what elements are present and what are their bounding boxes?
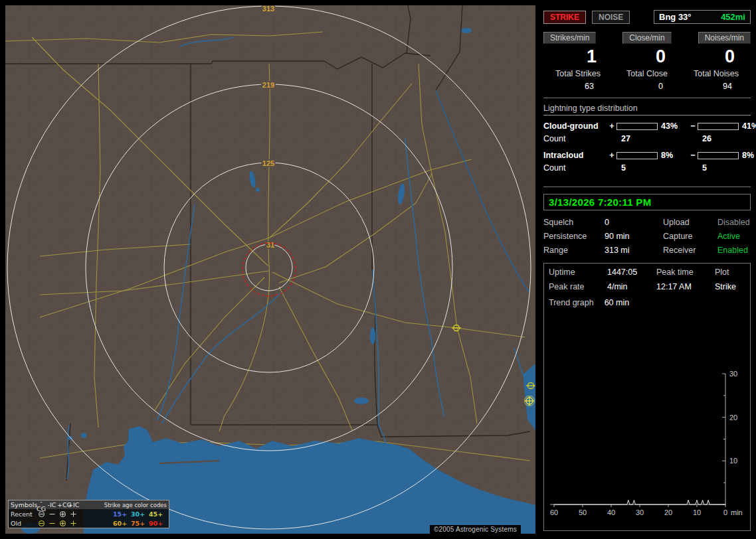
rates-section: Strikes/min Close/min Noises/min 1 0 0 T…: [543, 32, 751, 91]
neg-ic-icon: [47, 510, 57, 518]
ring-label-313: 313: [262, 5, 274, 13]
ic-minus-pct: 8%: [739, 151, 754, 160]
svg-text:40: 40: [607, 508, 615, 516]
neg-ic-icon: [47, 520, 57, 527]
neg-cg-icon: [36, 510, 47, 518]
intracloud-label: Intracloud: [543, 151, 607, 160]
upload-label: Upload: [663, 218, 717, 227]
pos-cg-icon: [57, 510, 68, 518]
strikes-per-min-button[interactable]: Strikes/min: [543, 32, 596, 44]
upload-value: Disabled: [717, 218, 751, 227]
svg-text:30: 30: [729, 370, 737, 378]
capture-label: Capture: [663, 232, 717, 241]
distribution-title: Lightning type distribution: [543, 104, 751, 116]
receiver-label: Receiver: [663, 246, 717, 255]
noise-mode-button[interactable]: NOISE: [592, 11, 630, 24]
peak-rate-value: 4/min: [607, 282, 656, 291]
ic-plus-count: 5: [616, 163, 658, 173]
map-canvas: 313 219 125 31: [5, 5, 535, 534]
age-code: 75+: [131, 520, 149, 527]
status-section: Uptime 1447:05 Peak time Plot Peak rate …: [543, 263, 751, 531]
cg-minus-pct: 41%: [739, 121, 756, 131]
trend-graph: 6050403020100min302010: [549, 368, 748, 528]
svg-text:20: 20: [664, 508, 672, 516]
cloud-ground-row: Cloud-ground + 43% − 41%: [543, 121, 751, 131]
copyright-text: ©2005 Astrogenic Systems: [430, 525, 521, 534]
lightning-map[interactable]: 313 219 125 31: [5, 5, 535, 534]
peak-time-label: Peak time: [656, 268, 715, 277]
svg-text:20: 20: [729, 414, 737, 422]
age-code: 30+: [131, 510, 149, 518]
range-value: 313 mi: [605, 246, 663, 255]
svg-text:min: min: [731, 508, 743, 516]
total-noises-value: 94: [682, 82, 751, 91]
total-close-value: 0: [613, 82, 682, 91]
plus-sign: +: [607, 121, 616, 131]
peak-rate-label: Peak rate: [549, 282, 607, 291]
control-panel: STRIKE NOISE Bng 33° 452mi Strikes/min C…: [539, 5, 753, 534]
uptime-value: 1447:05: [607, 268, 656, 277]
close-rate-value: 0: [613, 47, 682, 66]
map-legend: Symbols -CG -IC +CG +IC Strike age color…: [8, 500, 169, 528]
age-code: 60+: [113, 520, 131, 527]
svg-text:0: 0: [723, 508, 727, 516]
clock-text: 3/13/2026 7:20:11 PM: [549, 196, 651, 208]
trend-graph-label: Trend graph: [549, 298, 594, 307]
age-code: 15+: [113, 510, 131, 518]
close-per-min-button[interactable]: Close/min: [622, 32, 671, 44]
plus-sign: +: [607, 151, 616, 160]
noises-per-min-button[interactable]: Noises/min: [698, 32, 751, 44]
legend-recent-label: Recent: [11, 510, 36, 518]
pos-cg-icon: [57, 520, 68, 527]
cloud-ground-count-row: Count 27 26: [543, 134, 751, 143]
svg-text:30: 30: [636, 508, 644, 516]
persistence-value: 90 min: [605, 232, 663, 241]
legend-old-label: Old: [11, 520, 36, 527]
ic-minus-count: 5: [698, 163, 739, 173]
nexstorm-window: 313 219 125 31: [0, 0, 756, 539]
total-strikes-label: Total Strikes: [543, 69, 613, 78]
cloud-ground-label: Cloud-ground: [543, 121, 607, 131]
legend-header-row: Symbols -CG -IC +CG +IC Strike age color…: [9, 501, 169, 509]
ring-label-219: 219: [262, 81, 274, 89]
peak-time-value: 12:17 AM: [656, 282, 715, 291]
bearing-display: Bng 33° 452mi: [654, 10, 751, 24]
intracloud-count-row: Count 5 5: [543, 163, 751, 173]
ic-plus-bar: [616, 152, 658, 159]
pos-cg-strike-icon: [525, 396, 535, 406]
clock-display: 3/13/2026 7:20:11 PM: [543, 194, 751, 210]
cg-plus-pct: 43%: [658, 121, 688, 131]
legend-age-header: Strike age color codes: [104, 502, 167, 508]
cg-minus-bar: [698, 123, 739, 130]
legend-recent-row: Recent 15+ 30+ 45+: [9, 509, 169, 518]
ic-plus-pct: 8%: [658, 151, 688, 160]
count-label: Count: [543, 134, 607, 143]
cg-minus-count: 26: [698, 134, 739, 143]
strike-mode-button[interactable]: STRIKE: [543, 11, 586, 24]
ring-label-125: 125: [262, 159, 274, 167]
minus-sign: −: [688, 121, 698, 131]
uptime-label: Uptime: [549, 268, 607, 277]
age-code: 90+: [149, 520, 167, 527]
svg-text:10: 10: [693, 508, 701, 516]
divider: [543, 98, 751, 98]
receiver-value: Enabled: [717, 246, 751, 255]
ring-label-31: 31: [266, 241, 274, 249]
distribution-section: Lightning type distribution Cloud-ground…: [543, 104, 751, 180]
settings-section: Squelch 0 Upload Disabled Persistence 90…: [543, 218, 751, 255]
minus-sign: −: [688, 151, 698, 160]
svg-text:10: 10: [729, 457, 737, 465]
cg-plus-count: 27: [616, 134, 658, 143]
range-label: Range: [543, 246, 605, 255]
legend-col-pos-cg: +CG: [57, 501, 68, 508]
legend-old-row: Old 60+ 75+ 90+: [9, 518, 169, 528]
total-noises-label: Total Noises: [682, 69, 751, 78]
mode-row: STRIKE NOISE Bng 33° 452mi: [543, 10, 751, 24]
persistence-label: Persistence: [543, 232, 605, 241]
total-close-label: Total Close: [613, 69, 682, 78]
svg-text:60: 60: [550, 508, 558, 516]
age-code: 45+: [149, 510, 167, 518]
plot-label: Plot: [715, 268, 745, 277]
legend-col-pos-ic: +IC: [68, 501, 78, 508]
strikes-rate-value: 1: [543, 47, 613, 66]
